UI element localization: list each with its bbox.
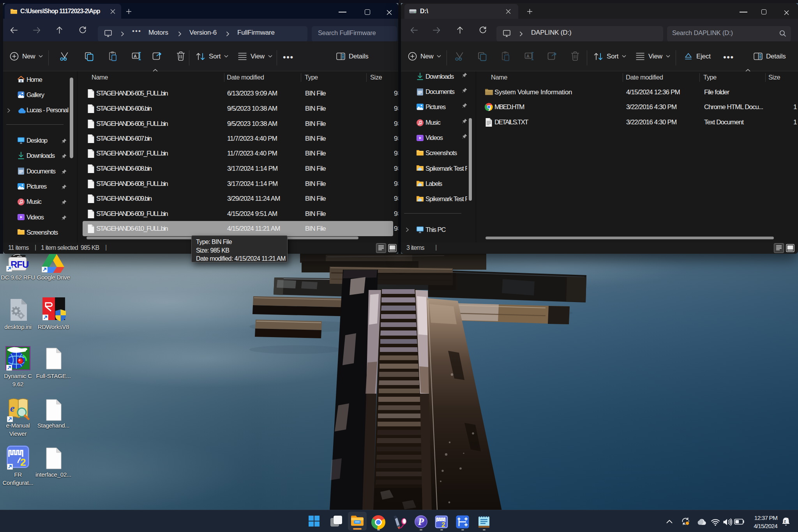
svg-text:2: 2 [441,521,445,528]
svg-text:RFU: RFU [11,259,28,270]
svg-text:z: z [784,519,786,523]
svg-text:2: 2 [20,456,26,468]
svg-text:z: z [787,517,789,521]
svg-text:A: A [526,54,530,58]
svg-text:A: A [134,54,137,58]
svg-text:e: e [10,403,15,414]
